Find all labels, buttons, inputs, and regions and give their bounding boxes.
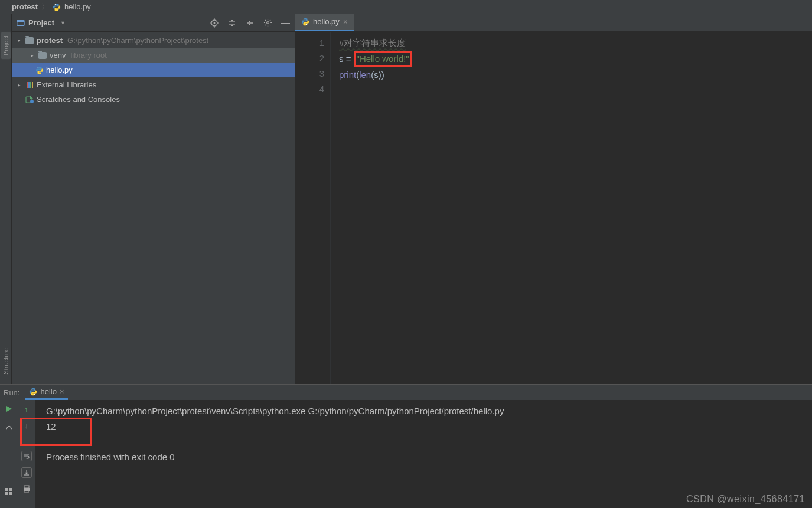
tree-root-path: G:\python\pyCharm\pythonProject\protest bbox=[67, 36, 208, 45]
code-builtin: print bbox=[339, 70, 356, 80]
breadcrumb: protest 〉 hello.py bbox=[0, 0, 812, 14]
run-button[interactable] bbox=[4, 404, 14, 414]
run-header: Run: hello × bbox=[0, 385, 812, 400]
svg-rect-29 bbox=[9, 488, 12, 491]
breadcrumb-project[interactable]: protest bbox=[12, 2, 38, 11]
tree-venv-name: venv bbox=[50, 51, 66, 60]
tree-ext-lib-label: External Libraries bbox=[37, 80, 96, 89]
gear-icon[interactable] bbox=[263, 18, 272, 28]
svg-rect-28 bbox=[5, 488, 8, 491]
svg-rect-31 bbox=[9, 492, 12, 495]
svg-point-14 bbox=[38, 67, 38, 67]
project-icon bbox=[17, 19, 25, 27]
close-icon[interactable]: × bbox=[343, 17, 348, 27]
svg-marker-26 bbox=[6, 406, 12, 412]
svg-point-1 bbox=[58, 9, 58, 9]
project-panel-header: Project ▼ — bbox=[12, 14, 295, 32]
svg-rect-17 bbox=[28, 82, 30, 88]
python-file-icon bbox=[29, 388, 37, 396]
svg-rect-16 bbox=[27, 82, 28, 88]
tree-scratches-label: Scratches and Consoles bbox=[37, 95, 120, 104]
svg-point-22 bbox=[304, 18, 304, 19]
code-var: s bbox=[339, 54, 344, 64]
code-op: = bbox=[344, 54, 354, 64]
svg-rect-30 bbox=[5, 492, 8, 495]
tree-external-libraries[interactable]: ▸ External Libraries bbox=[12, 77, 295, 92]
console-output-value: 12 bbox=[46, 421, 56, 431]
python-file-icon bbox=[53, 3, 61, 11]
svg-point-0 bbox=[55, 4, 56, 4]
layout-icon[interactable] bbox=[4, 486, 14, 497]
tree-venv-note: library root bbox=[70, 51, 106, 60]
scratches-icon bbox=[25, 95, 34, 104]
print-icon[interactable] bbox=[21, 484, 32, 494]
project-panel-title[interactable]: Project ▼ bbox=[17, 18, 207, 27]
down-arrow-icon[interactable]: ↓ bbox=[21, 420, 32, 431]
run-label: Run: bbox=[4, 388, 19, 397]
chevron-down-icon: ▾ bbox=[15, 38, 22, 44]
scroll-to-end-icon[interactable] bbox=[21, 467, 32, 478]
run-tab-label: hello bbox=[40, 387, 56, 396]
editor-body[interactable]: 1 2 3 4 #对字符串求长度 s = "Hello world!" prin… bbox=[295, 32, 812, 384]
svg-point-27 bbox=[6, 427, 8, 428]
run-toolbar-2: ↑ ↓ bbox=[18, 400, 35, 508]
tree-venv[interactable]: ▸ venv library root bbox=[12, 48, 295, 63]
sidetab-structure[interactable]: Structure bbox=[1, 345, 11, 378]
run-tab[interactable]: hello × bbox=[25, 385, 67, 400]
tree-file-name: hello.py bbox=[46, 65, 73, 74]
editor-tabs: hello.py × bbox=[295, 14, 812, 32]
collapse-all-icon[interactable] bbox=[245, 18, 255, 28]
editor-area: hello.py × 1 2 3 4 #对字符串求长度 s = "Hello w… bbox=[295, 14, 812, 384]
sidetab-project[interactable]: Project bbox=[1, 32, 11, 59]
tree-root[interactable]: ▾ protest G:\python\pyCharm\pythonProjec… bbox=[12, 33, 295, 48]
svg-point-23 bbox=[306, 24, 307, 24]
editor-tab-hello[interactable]: hello.py × bbox=[295, 14, 354, 31]
code-string: "Hello world!" bbox=[357, 54, 409, 64]
svg-point-13 bbox=[266, 22, 269, 24]
settings-icon[interactable] bbox=[4, 421, 14, 432]
tree-root-name: protest bbox=[37, 36, 63, 45]
svg-rect-3 bbox=[17, 20, 24, 22]
run-console-output[interactable]: G:\python\pyCharm\pythonProject\protest\… bbox=[35, 400, 812, 508]
editor-tab-label: hello.py bbox=[313, 17, 340, 26]
svg-point-25 bbox=[34, 394, 35, 394]
code-comment: #对字符串求长度 bbox=[339, 38, 406, 48]
line-number: 4 bbox=[295, 81, 324, 97]
line-number: 3 bbox=[295, 66, 324, 81]
chevron-right-icon: ▸ bbox=[15, 82, 22, 88]
run-toolbar bbox=[0, 400, 18, 508]
soft-wrap-icon[interactable] bbox=[21, 451, 32, 461]
up-arrow-icon[interactable]: ↑ bbox=[21, 404, 32, 414]
locate-icon[interactable] bbox=[210, 18, 219, 28]
python-file-icon bbox=[301, 18, 309, 26]
hide-icon[interactable]: — bbox=[281, 18, 290, 28]
expand-all-icon[interactable] bbox=[227, 18, 237, 28]
svg-point-5 bbox=[214, 22, 216, 24]
console-line: G:\python\pyCharm\pythonProject\protest\… bbox=[46, 404, 812, 419]
svg-rect-33 bbox=[24, 486, 29, 488]
editor-gutter: 1 2 3 4 bbox=[295, 32, 331, 384]
line-number: 2 bbox=[295, 51, 324, 66]
svg-point-21 bbox=[30, 100, 34, 103]
library-icon bbox=[25, 80, 34, 90]
close-icon[interactable]: × bbox=[60, 387, 64, 396]
tree-file-hello[interactable]: hello.py bbox=[12, 63, 295, 77]
line-number: 1 bbox=[295, 35, 324, 51]
run-tool-window: Run: hello × ↑ ↓ G:\python\pyCharm\pytho… bbox=[0, 384, 812, 508]
svg-point-15 bbox=[41, 72, 41, 73]
project-tree: ▾ protest G:\python\pyCharm\pythonProjec… bbox=[12, 32, 295, 384]
project-tool-window: Project ▼ — ▾ protest G:\python\pyCharm\… bbox=[12, 14, 295, 384]
console-line: Process finished with exit code 0 bbox=[46, 450, 812, 465]
chevron-right-icon: ▸ bbox=[28, 53, 35, 58]
chevron-right-icon: 〉 bbox=[41, 2, 49, 12]
code-var: s bbox=[374, 70, 379, 80]
code-paren: )) bbox=[379, 70, 384, 80]
highlight-box-2: 12 bbox=[46, 419, 56, 434]
code-area[interactable]: #对字符串求长度 s = "Hello world!" print(len(s)… bbox=[331, 32, 812, 384]
tree-scratches[interactable]: Scratches and Consoles bbox=[12, 92, 295, 107]
project-panel-title-text: Project bbox=[28, 18, 54, 27]
svg-rect-18 bbox=[30, 82, 31, 88]
breadcrumb-file[interactable]: hello.py bbox=[64, 2, 91, 11]
dropdown-icon[interactable]: ▼ bbox=[60, 20, 66, 26]
highlight-box-1: "Hello world!" bbox=[354, 51, 412, 67]
